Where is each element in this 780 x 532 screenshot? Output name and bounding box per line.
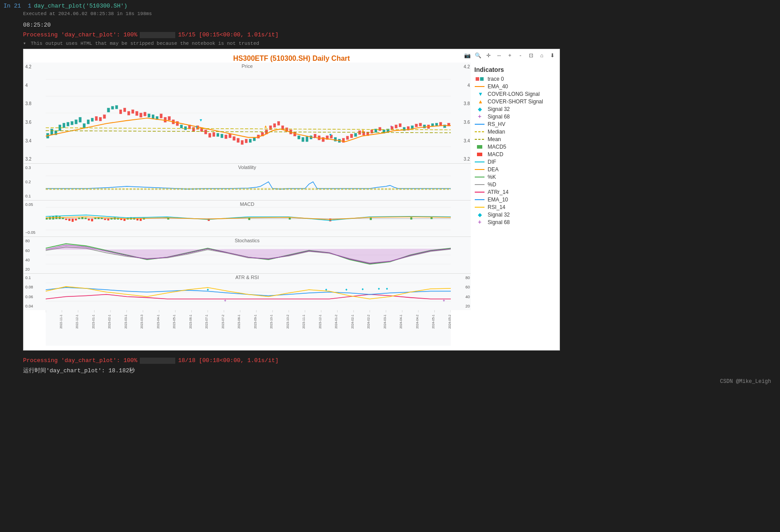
- progress-bar-top: [140, 32, 175, 38]
- svg-text:2023-05-1: 2023-05-1: [173, 315, 176, 329]
- legend-signal32-bottom[interactable]: ◆ Signal 32: [474, 212, 556, 218]
- svg-rect-126: [62, 218, 64, 219]
- svg-rect-20: [148, 114, 150, 118]
- svg-rect-52: [136, 111, 138, 115]
- svg-rect-129: [71, 219, 74, 222]
- toolbar-reset[interactable]: ⌂: [537, 51, 546, 60]
- svg-rect-149: [137, 219, 139, 221]
- subplot-volatility-label: Volatility: [238, 165, 256, 170]
- legend-cover-short[interactable]: ▲ COVER-SHORT Signal: [474, 99, 556, 105]
- svg-rect-29: [298, 136, 300, 139]
- subplot-macd: MACD 0.05 −0.05: [24, 201, 471, 237]
- svg-rect-66: [213, 132, 215, 136]
- legend-dif[interactable]: DIF: [474, 159, 556, 165]
- svg-text:2024-02-1: 2024-02-1: [351, 315, 354, 329]
- legend-cover-short-icon: ▲: [474, 99, 485, 105]
- atr-yaxis-right: 80 60 40 20: [451, 274, 471, 311]
- legend-ema40-icon: [474, 83, 485, 90]
- svg-text:+: +: [313, 135, 316, 140]
- toolbar-zoom[interactable]: 🔍: [473, 51, 482, 60]
- svg-text:2023-04-1: 2023-04-1: [157, 315, 160, 329]
- svg-rect-136: [95, 218, 97, 219]
- svg-rect-138: [101, 218, 103, 219]
- svg-text:2023-07-1: 2023-07-1: [205, 315, 208, 329]
- toolbar-crosshair[interactable]: ✛: [484, 51, 493, 60]
- svg-rect-26: [221, 134, 223, 138]
- legend-pctd[interactable]: %D: [474, 181, 556, 188]
- svg-rect-31: [306, 137, 308, 142]
- legend-macd5[interactable]: MACD5: [474, 144, 556, 150]
- legend-signal32-top-icon: ◆: [474, 106, 485, 112]
- svg-rect-35: [355, 133, 357, 137]
- svg-rect-48: [119, 110, 122, 114]
- toolbar-zoomout[interactable]: -: [516, 51, 525, 60]
- svg-rect-61: [193, 127, 195, 131]
- price-yaxis-left: 4.2 4 3.8 3.6 3.4 3.2: [24, 63, 46, 163]
- svg-rect-133: [85, 218, 87, 219]
- chart-area[interactable]: 📷 🔍 ✛ ↔ + - ⊡ ⌂ ⬇ HS300ETF (510300.SH) D…: [23, 49, 560, 351]
- legend-pctk[interactable]: %K: [474, 174, 556, 180]
- svg-rect-9: [63, 123, 65, 127]
- progress-bottom-count: 18/18 [00:18<00:00, 1.01s/it]: [178, 357, 278, 364]
- svg-text:+: +: [390, 124, 393, 129]
- legend-trace0[interactable]: trace 0: [474, 76, 556, 82]
- svg-text:▲: ▲: [264, 124, 267, 129]
- toolbar-download[interactable]: ⬇: [548, 51, 557, 60]
- svg-rect-49: [123, 108, 126, 112]
- svg-text:2022-11-1: 2022-11-1: [59, 315, 63, 329]
- svg-rect-101: [419, 123, 422, 126]
- svg-rect-56: [164, 117, 166, 122]
- svg-text:+: +: [443, 298, 445, 303]
- svg-text:2023-03-3: 2023-03-3: [140, 315, 143, 329]
- legend-signal32-top[interactable]: ◆ Signal 32: [474, 106, 556, 112]
- stoch-yaxis-left: 80 60 40 20: [24, 237, 46, 273]
- progress-top-count: 15/15 [00:15<00:00, 1.01s/it]: [178, 32, 278, 38]
- toolbar-pan[interactable]: ↔: [495, 51, 504, 60]
- svg-text:◆: ◆: [346, 288, 348, 292]
- svg-rect-130: [75, 219, 77, 221]
- svg-text:2023-03-1: 2023-03-1: [124, 315, 127, 329]
- legend-cover-long-icon: ▼: [474, 91, 485, 97]
- legend-atrr14[interactable]: ATRr_14: [474, 189, 556, 195]
- svg-rect-237: [477, 153, 482, 156]
- cell-output-bottom: Processing 'day_chart_plot': 100% 18/18 …: [0, 354, 780, 378]
- svg-rect-94: [370, 130, 373, 134]
- svg-rect-139: [104, 219, 106, 220]
- svg-rect-67: [225, 135, 227, 139]
- svg-rect-70: [237, 138, 239, 142]
- svg-text:2023-12-1: 2023-12-1: [319, 315, 322, 329]
- toolbar-autoscale[interactable]: ⊡: [527, 51, 536, 60]
- legend-mean[interactable]: Mean: [474, 136, 556, 142]
- legend-rsi14-icon: [474, 204, 485, 210]
- legend-pctd-icon: [474, 181, 485, 188]
- toolbar-zoomin[interactable]: +: [505, 51, 514, 60]
- legend-macd[interactable]: MACD: [474, 151, 556, 158]
- legend-signal68-bottom[interactable]: + Signal 68: [474, 219, 556, 225]
- svg-rect-13: [79, 117, 81, 122]
- legend-ema10[interactable]: EMA_10: [474, 197, 556, 203]
- legend-rsi14[interactable]: RSI_14: [474, 204, 556, 210]
- legend-signal68-top[interactable]: + Signal 68: [474, 114, 556, 120]
- toolbar-camera[interactable]: 📷: [463, 51, 472, 60]
- legend-median[interactable]: Median: [474, 129, 556, 135]
- svg-text:2023-10-2: 2023-10-2: [286, 315, 289, 329]
- svg-text:2024-04-2: 2024-04-2: [416, 315, 419, 329]
- svg-rect-14: [83, 123, 85, 127]
- svg-rect-236: [477, 145, 482, 149]
- svg-rect-144: [120, 219, 122, 220]
- svg-rect-6: [51, 129, 53, 135]
- svg-rect-51: [132, 110, 134, 114]
- svg-rect-122: [49, 217, 51, 220]
- svg-rect-90: [351, 134, 353, 138]
- legend-cover-long[interactable]: ▼ COVER-LONG Signal: [474, 91, 556, 97]
- svg-rect-227: [480, 77, 484, 81]
- svg-rect-19: [115, 106, 118, 109]
- legend-dea[interactable]: DEA: [474, 166, 556, 173]
- chart-legend: Indicators trace 0 EMA_40: [471, 63, 559, 346]
- legend-rshv[interactable]: RS_HV: [474, 121, 556, 127]
- svg-text:◆: ◆: [207, 288, 209, 292]
- legend-pctk-icon: [474, 174, 485, 180]
- legend-ema40[interactable]: EMA_40: [474, 83, 556, 90]
- svg-text:▲: ▲: [362, 128, 364, 133]
- svg-text:2024-03-1: 2024-03-1: [383, 315, 386, 329]
